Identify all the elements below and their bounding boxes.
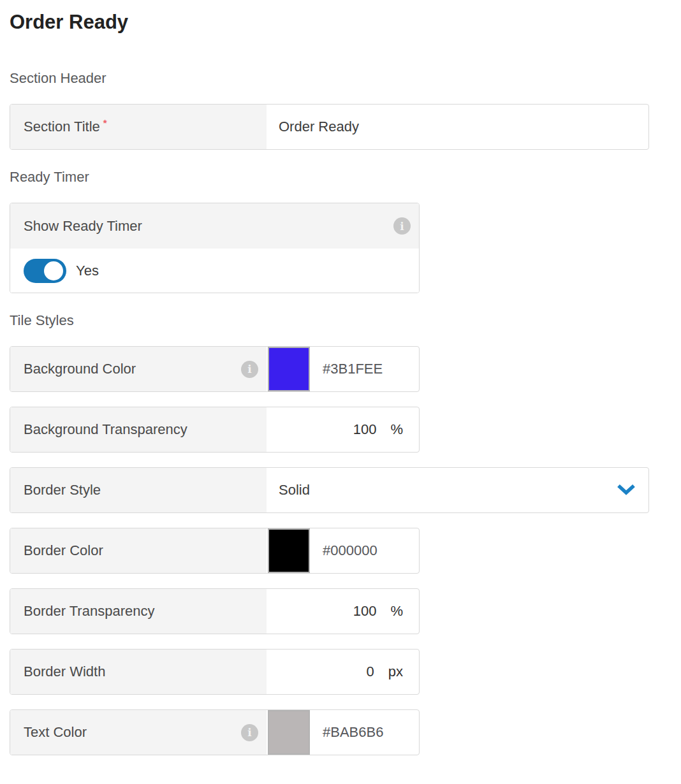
background-transparency-input[interactable]: 100 (353, 421, 377, 438)
page-title: Order Ready (10, 9, 681, 36)
percent-unit: % (390, 421, 403, 438)
percent-unit: % (390, 603, 403, 620)
border-transparency-label: Border Transparency (24, 603, 154, 620)
border-width-label-cell: Border Width (10, 650, 267, 694)
background-color-hex-input[interactable]: #3B1FEE (323, 347, 383, 391)
border-color-swatch[interactable] (268, 528, 310, 573)
border-color-label-cell: Border Color (10, 528, 267, 573)
border-transparency-row: Border Transparency 100 % (10, 588, 420, 634)
section-title-label: Section Title (24, 119, 100, 135)
border-style-selected-value: Solid (279, 482, 310, 498)
border-transparency-input[interactable]: 100 (353, 603, 377, 620)
section-title-input[interactable]: Order Ready (267, 105, 648, 149)
background-transparency-row: Background Transparency 100 % (10, 407, 420, 453)
show-ready-timer-label: Show Ready Timer (24, 218, 142, 235)
section-heading-ready-timer: Ready Timer (10, 168, 681, 187)
info-icon[interactable]: i (241, 724, 258, 741)
px-unit: px (388, 664, 403, 680)
settings-page: Order Ready Section Header Section Title… (0, 0, 681, 755)
border-width-input[interactable]: 0 (367, 664, 374, 680)
section-heading-tile-styles: Tile Styles (10, 311, 681, 330)
border-style-row: Border Style Solid (10, 467, 649, 513)
border-width-value-cell: 0 px (267, 650, 419, 694)
border-color-hex-input[interactable]: #000000 (323, 528, 377, 573)
text-color-row: Text Color i #BAB6B6 (10, 709, 420, 755)
toggle-knob (44, 261, 63, 280)
background-color-label-cell: Background Color i (10, 347, 267, 391)
border-width-label: Border Width (24, 664, 105, 680)
show-ready-timer-body: Yes (10, 249, 419, 293)
background-color-label: Background Color (24, 361, 136, 377)
border-transparency-label-cell: Border Transparency (10, 589, 267, 634)
info-icon[interactable]: i (241, 361, 258, 378)
text-color-label-cell: Text Color i (10, 710, 267, 755)
text-color-swatch[interactable] (268, 710, 310, 755)
show-ready-timer-toggle[interactable] (24, 259, 66, 283)
border-width-row: Border Width 0 px (10, 649, 420, 695)
section-heading-section-header: Section Header (10, 69, 681, 88)
background-transparency-label: Background Transparency (24, 421, 187, 438)
toggle-state-label: Yes (76, 263, 99, 279)
show-ready-timer-panel: Show Ready Timer i Yes (10, 203, 420, 293)
text-color-hex-input[interactable]: #BAB6B6 (323, 710, 383, 755)
info-icon[interactable]: i (393, 217, 411, 235)
border-color-row: Border Color #000000 (10, 528, 420, 574)
chevron-down-icon (616, 483, 636, 497)
section-title-label-cell: Section Title * (10, 105, 267, 149)
text-color-label: Text Color (24, 724, 87, 741)
background-transparency-value-cell: 100 % (267, 407, 419, 452)
border-transparency-value-cell: 100 % (267, 589, 419, 634)
border-style-label-cell: Border Style (10, 468, 267, 512)
background-transparency-label-cell: Background Transparency (10, 407, 267, 452)
background-color-row: Background Color i #3B1FEE (10, 346, 420, 392)
background-color-swatch[interactable] (268, 347, 310, 391)
required-asterisk: * (103, 117, 107, 128)
border-style-label: Border Style (24, 482, 101, 498)
show-ready-timer-header: Show Ready Timer i (10, 203, 419, 249)
section-title-row: Section Title * Order Ready (10, 104, 649, 150)
border-style-select[interactable]: Solid (267, 468, 648, 512)
border-color-label: Border Color (24, 542, 103, 559)
